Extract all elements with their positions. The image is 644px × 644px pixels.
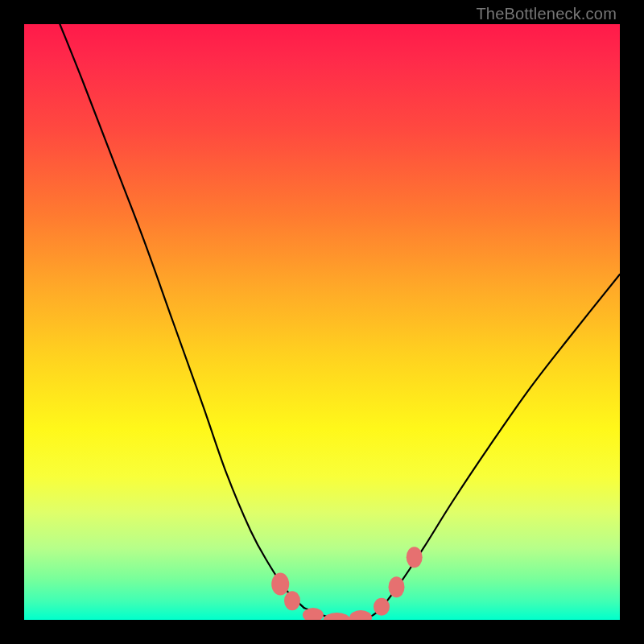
curve-layer xyxy=(24,24,620,620)
attribution-text: TheBottleneck.com xyxy=(476,5,617,23)
right-marker-3 xyxy=(407,547,423,568)
marker-group xyxy=(271,547,423,620)
left-marker-2 xyxy=(284,591,300,610)
bottom-marker-2 xyxy=(324,613,351,620)
curve-right-curve xyxy=(382,275,620,608)
curve-bottom-segment xyxy=(304,608,382,620)
curve-left-curve xyxy=(60,24,303,608)
plot-area xyxy=(24,24,620,620)
right-marker-1 xyxy=(374,598,390,616)
bottom-marker-3 xyxy=(349,610,372,620)
curve-group xyxy=(60,24,620,620)
chart-container: TheBottleneck.com xyxy=(0,0,644,644)
right-marker-2 xyxy=(389,576,405,597)
bottom-marker-1 xyxy=(303,608,324,620)
left-marker-1 xyxy=(271,573,289,596)
